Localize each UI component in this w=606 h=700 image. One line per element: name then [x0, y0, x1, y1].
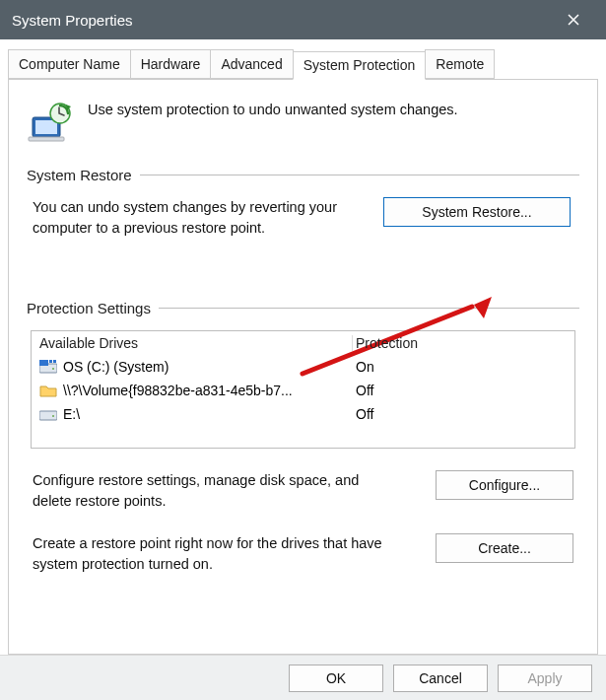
system-restore-description: You can undo system changes by reverting…: [33, 197, 368, 239]
table-row[interactable]: OS (C:) (System) On: [32, 355, 574, 379]
apply-button[interactable]: Apply: [498, 665, 592, 692]
titlebar: System Properties: [0, 0, 606, 39]
svg-rect-12: [39, 411, 57, 420]
svg-rect-10: [53, 360, 56, 363]
system-protection-shield-icon: [27, 102, 74, 145]
create-description: Create a restore point right now for the…: [33, 533, 417, 575]
table-row[interactable]: \\?\Volume{f98832be-a831-4e5b-b7... Off: [32, 379, 574, 402]
svg-rect-1: [35, 120, 57, 134]
cancel-button[interactable]: Cancel: [393, 665, 488, 692]
table-row[interactable]: E:\ Off: [32, 402, 574, 426]
drive-name: E:\: [63, 406, 80, 422]
system-restore-group: System Restore You can undo system chang…: [27, 167, 579, 239]
protection-settings-group: Protection Settings Available Drives Pro…: [27, 300, 579, 575]
drive-protection: On: [356, 359, 567, 375]
close-icon: [568, 14, 579, 26]
configure-description: Configure restore settings, manage disk …: [33, 470, 397, 512]
tab-advanced[interactable]: Advanced: [210, 49, 293, 79]
system-properties-window: System Properties Computer Name Hardware…: [0, 0, 606, 700]
tab-hardware[interactable]: Hardware: [130, 49, 212, 79]
drive-name: OS (C:) (System): [63, 359, 168, 375]
drive-name: \\?\Volume{f98832be-a831-4e5b-b7...: [63, 383, 293, 398]
drives-table: Available Drives Protection OS (C:) (Sys…: [31, 330, 575, 449]
configure-button[interactable]: Configure...: [436, 470, 573, 500]
drive-protection: Off: [356, 406, 567, 422]
create-button[interactable]: Create...: [436, 533, 573, 563]
col-header-protection: Protection: [356, 335, 567, 351]
svg-rect-2: [29, 137, 64, 141]
svg-point-11: [52, 368, 54, 370]
intro-text: Use system protection to undo unwanted s…: [88, 102, 458, 117]
protection-settings-title: Protection Settings: [27, 300, 151, 316]
drives-header: Available Drives Protection: [32, 331, 574, 355]
system-restore-title: System Restore: [27, 167, 132, 183]
close-button[interactable]: [553, 0, 594, 39]
ok-button[interactable]: OK: [289, 665, 383, 692]
window-title: System Properties: [12, 12, 133, 29]
col-header-drive: Available Drives: [39, 335, 356, 351]
svg-point-13: [52, 415, 54, 417]
window-body: Computer Name Hardware Advanced System P…: [0, 39, 606, 655]
tab-computer-name[interactable]: Computer Name: [8, 49, 131, 79]
drive-icon: [39, 407, 57, 422]
svg-rect-9: [49, 360, 52, 363]
divider: [140, 175, 579, 175]
tab-system-protection[interactable]: System Protection: [293, 51, 427, 80]
svg-rect-8: [39, 360, 48, 366]
system-restore-button[interactable]: System Restore...: [383, 197, 571, 227]
drive-protection: Off: [356, 383, 567, 398]
tab-remote[interactable]: Remote: [425, 49, 495, 79]
tab-strip: Computer Name Hardware Advanced System P…: [8, 49, 598, 79]
tab-panel-system-protection: Use system protection to undo unwanted s…: [8, 79, 598, 655]
divider: [159, 308, 579, 309]
folder-icon: [39, 384, 57, 398]
os-drive-icon: [39, 360, 57, 375]
dialog-footer: OK Cancel Apply: [0, 655, 606, 700]
